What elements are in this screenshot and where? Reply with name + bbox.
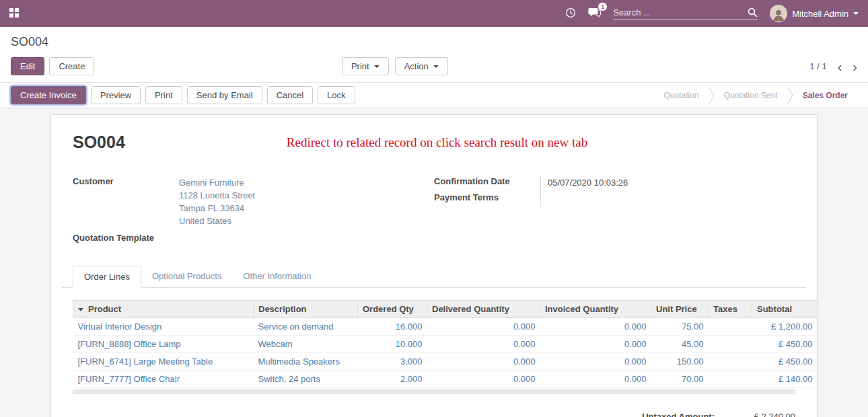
chevron-down-icon (433, 65, 439, 68)
order-line-invoiced-qty: 0.000 (540, 371, 651, 388)
tab-other-information[interactable]: Other Information (232, 266, 322, 287)
column-header-ordered-qty[interactable]: Ordered Qty (358, 301, 427, 318)
top-navbar: 1 Mitchell Admin (0, 0, 868, 27)
customer-name: Gemini Furniture (179, 176, 255, 189)
order-line-product: [FURN_7777] Office Chair (73, 371, 254, 388)
lock-button[interactable]: Lock (318, 86, 355, 104)
sales-order-sheet: SO004 Redirect to related record on clic… (50, 114, 818, 417)
clock-icon (565, 7, 576, 20)
table-row[interactable]: [FURN_7777] Office Chair Switch, 24 port… (73, 371, 818, 388)
chevron-down-icon (374, 65, 379, 68)
table-row[interactable]: Virtual Interior Design Service on deman… (73, 318, 818, 336)
search-icon[interactable] (748, 7, 758, 17)
order-line-description: Switch, 24 ports (254, 371, 358, 388)
pager-next-button[interactable]: › (853, 60, 857, 73)
order-line-ordered-qty: 2.000 (358, 371, 427, 388)
print-dropdown[interactable]: Print (342, 57, 389, 75)
order-line-invoiced-qty: 0.000 (540, 353, 651, 371)
create-invoice-button[interactable]: Create Invoice (11, 86, 86, 104)
table-row[interactable]: [FURN_8888] Office Lamp Webcam 10.000 0.… (73, 336, 818, 353)
stage-quotation[interactable]: Quotation (655, 91, 709, 100)
stage-arrow-icon (709, 87, 715, 104)
confirmation-date-label: Confirmation Date (434, 175, 540, 191)
activities-button[interactable] (565, 7, 576, 20)
print-button[interactable]: Print (145, 86, 182, 104)
status-pipeline: Quotation Quotation Sent Sales Order (655, 87, 857, 104)
order-line-description: Service on demand (254, 318, 358, 336)
order-line-invoiced-qty: 0.000 (540, 318, 651, 336)
chevron-down-icon (853, 12, 859, 15)
edit-button[interactable]: Edit (11, 57, 44, 75)
order-line-subtotal: £ 1,200.00 (752, 318, 818, 336)
confirmation-date-value: 05/07/2020 10:03:26 (540, 175, 675, 191)
column-header-product[interactable]: Product (73, 301, 254, 318)
untaxed-amount-value: £ 2,240.00 (715, 412, 795, 417)
cancel-button[interactable]: Cancel (267, 86, 313, 104)
control-panel: SO004 Edit Create Print Action 1 / 1 ‹ › (0, 27, 868, 82)
stage-arrow-icon (787, 87, 793, 104)
order-line-unit-price: 75.00 (651, 318, 709, 336)
tab-order-lines[interactable]: Order Lines (73, 266, 141, 288)
order-line-unit-price: 150.00 (651, 353, 709, 371)
user-menu[interactable]: Mitchell Admin (770, 5, 859, 22)
customer-value[interactable]: Gemini Furniture 1128 Lunetta Street Tam… (179, 175, 255, 229)
order-line-description: Webcam (254, 336, 358, 353)
action-dropdown-label: Action (404, 61, 429, 71)
statusbar: Create Invoice Preview Print Send by Ema… (0, 82, 868, 108)
tab-optional-products[interactable]: Optional Products (141, 266, 232, 287)
order-line-unit-price: 45.00 (651, 336, 709, 353)
column-header-invoiced-quantity[interactable]: Invoiced Quantity (540, 301, 651, 318)
content-area: SO004 Redirect to related record on clic… (0, 114, 868, 417)
search-input[interactable] (613, 7, 748, 17)
order-line-taxes (709, 318, 752, 336)
pager-value[interactable]: 1 / 1 (809, 61, 826, 71)
order-line-taxes (709, 371, 752, 388)
apps-grid-icon (9, 8, 19, 20)
customer-label: Customer (73, 175, 179, 229)
user-name: Mitchell Admin (792, 9, 848, 19)
order-lines-table: Product Description Ordered Qty Delivere… (73, 300, 818, 388)
totals-section: Untaxed Amount: £ 2,240.00 (62, 412, 806, 417)
table-scrollbar[interactable] (73, 389, 795, 394)
stage-quotation-sent[interactable]: Quotation Sent (715, 91, 787, 100)
breadcrumb: SO004 (11, 35, 857, 49)
customer-city: Tampa FL 33634 (179, 202, 255, 215)
untaxed-amount-label: Untaxed Amount: (642, 412, 715, 417)
customer-street: 1128 Lunetta Street (179, 189, 255, 202)
column-header-delivered-quantity[interactable]: Delivered Quantity (427, 301, 540, 318)
action-dropdown[interactable]: Action (395, 57, 448, 75)
order-line-subtotal: £ 450.00 (752, 353, 818, 371)
column-header-description[interactable]: Description (254, 301, 358, 318)
stage-sales-order[interactable]: Sales Order (793, 91, 857, 100)
apps-menu-button[interactable] (9, 8, 19, 20)
payment-terms-label: Payment Terms (434, 191, 540, 207)
order-line-delivered-qty: 0.000 (427, 336, 540, 353)
order-line-product: Virtual Interior Design (73, 318, 254, 336)
annotation-text: Redirect to related record on click sear… (287, 135, 587, 150)
preview-button[interactable]: Preview (91, 86, 141, 104)
messages-button[interactable]: 1 (588, 7, 601, 20)
column-header-label: Product (88, 304, 121, 314)
notebook-tabs: Order Lines Optional Products Other Info… (62, 266, 806, 288)
order-line-ordered-qty: 3.000 (358, 353, 427, 371)
table-row[interactable]: [FURN_6741] Large Meeting Table Multimed… (73, 353, 818, 371)
column-header-subtotal[interactable]: Subtotal (752, 301, 818, 318)
navbar-search (613, 7, 758, 20)
avatar (770, 5, 787, 22)
send-by-email-button[interactable]: Send by Email (187, 86, 262, 104)
messages-badge: 1 (598, 3, 607, 11)
table-header-row: Product Description Ordered Qty Delivere… (73, 301, 818, 318)
order-line-description: Multimedia Speakers (254, 353, 358, 371)
order-line-taxes (709, 336, 752, 353)
payment-terms-value (540, 191, 675, 207)
order-line-product: [FURN_8888] Office Lamp (73, 336, 254, 353)
customer-country: United States (179, 215, 255, 227)
create-button[interactable]: Create (49, 57, 94, 75)
pager-previous-button[interactable]: ‹ (838, 60, 842, 73)
order-line-subtotal: £ 140.00 (752, 371, 818, 388)
column-header-taxes[interactable]: Taxes (709, 301, 752, 318)
quotation-template-label: Quotation Template (73, 231, 179, 244)
order-line-ordered-qty: 16.000 (358, 318, 427, 336)
order-line-unit-price: 70.00 (651, 371, 709, 388)
column-header-unit-price[interactable]: Unit Price (651, 301, 709, 318)
